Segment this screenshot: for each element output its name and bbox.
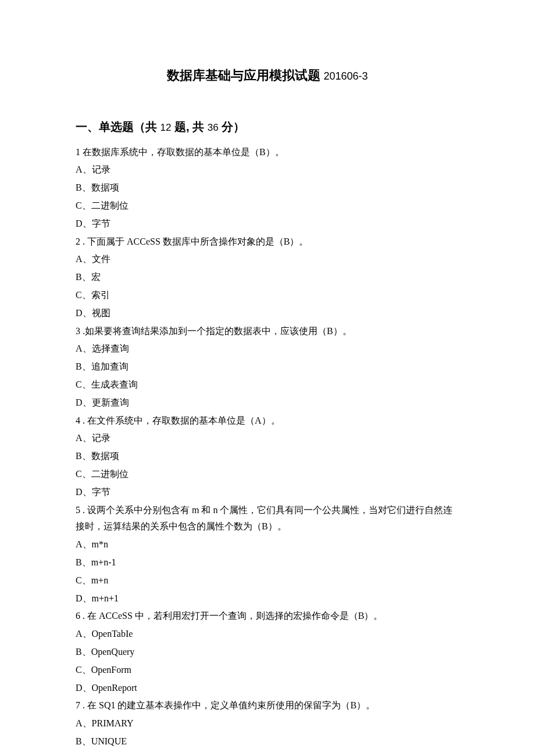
question-number: 7 — [76, 700, 80, 710]
title-suffix: 201606-3 — [320, 70, 368, 82]
section-score: 36 — [208, 122, 219, 133]
question-number: 4 — [76, 415, 80, 425]
option: C、二进制位 — [76, 198, 459, 214]
question-options: A、m*nB、m+n-1C、m+nD、m+n+1 — [76, 536, 459, 607]
question: 6 . 在 ACCeSS 中，若利用宏打开一个查询，则选择的宏操作命令是（B）。… — [76, 608, 459, 696]
option: A、记录 — [76, 430, 459, 447]
option: C、OpenForm — [76, 662, 459, 679]
section-heading-suffix: 分） — [219, 120, 245, 133]
question-options: A、记录B、数据项C、二进制位D、字节 — [76, 162, 459, 232]
question-number: 1 — [76, 147, 80, 157]
question-options: A、OpenTabIeB、OpenQueryC、OpenFormD、OpenRe… — [76, 626, 459, 696]
section-heading-prefix: 一、单选题（共 — [76, 120, 160, 133]
question: 3 .如果要将查询结果添加到一个指定的数据表中，应该使用（B）。A、选择查询B、… — [76, 323, 459, 411]
option: A、PRIMARY — [76, 715, 459, 732]
question: 7 . 在 SQ1 的建立基本表操作中，定义单值约束所使用的保留字为（B）。A、… — [76, 697, 459, 756]
question-text: 7 . 在 SQ1 的建立基本表操作中，定义单值约束所使用的保留字为（B）。 — [76, 697, 459, 714]
question-body: .如果要将查询结果添加到一个指定的数据表中，应该使用（B）。 — [80, 326, 352, 336]
question-text: 6 . 在 ACCeSS 中，若利用宏打开一个查询，则选择的宏操作命令是（B）。 — [76, 608, 459, 625]
option: B、UNIQUE — [76, 733, 459, 750]
option: C、索引 — [76, 287, 459, 304]
section-question-count: 12 — [160, 122, 172, 133]
option: A、文件 — [76, 251, 459, 268]
question-body: . 在文件系统中，存取数据的基本单位是（A）。 — [80, 415, 280, 425]
option: D、字节 — [76, 484, 459, 501]
option: B、m+n-1 — [76, 554, 459, 571]
option: D、视图 — [76, 305, 459, 322]
title-main: 数据库基础与应用模拟试题 — [167, 68, 320, 83]
question-number: 5 — [76, 505, 80, 515]
option: C、m+n — [76, 572, 459, 589]
option: B、宏 — [76, 269, 459, 286]
section-heading-1: 一、单选题（共 12 题, 共 36 分） — [76, 116, 459, 137]
question-body: 在数据库系统中，存取数据的基本单位是（B）。 — [80, 147, 284, 157]
option: A、m*n — [76, 536, 459, 553]
question-body: . 下面属于 ACCeSS 数据库中所含操作对象的是（B）。 — [80, 237, 308, 246]
question-number: 3 — [76, 326, 80, 336]
question-text: 1 在数据库系统中，存取数据的基本单位是（B）。 — [76, 144, 459, 161]
questions-container: 1 在数据库系统中，存取数据的基本单位是（B）。A、记录B、数据项C、二进制位D… — [76, 144, 459, 756]
option: D、更新查询 — [76, 395, 459, 411]
option: D、m+n+1 — [76, 590, 459, 607]
option: B、数据项 — [76, 180, 459, 196]
document-title: 数据库基础与应用模拟试题 201606-3 — [76, 64, 459, 87]
question-text: 5 . 设两个关系中分别包含有 m 和 n 个属性，它们具有同一个公共属性，当对… — [76, 502, 459, 536]
question-options: A、选择查询B、追加查询C、生成表查询D、更新查询 — [76, 341, 459, 411]
option: C、 CHECK — [76, 751, 459, 756]
question: 2 . 下面属于 ACCeSS 数据库中所含操作对象的是（B）。A、文件B、宏C… — [76, 234, 459, 322]
option: B、追加查询 — [76, 359, 459, 375]
question-text: 4 . 在文件系统中，存取数据的基本单位是（A）。 — [76, 413, 459, 429]
option: C、生成表查询 — [76, 377, 459, 393]
question-options: A、PRIMARYB、UNIQUEC、 CHECKD、 FOR 曰 GN — [76, 715, 459, 756]
section-heading-mid: 题, 共 — [171, 120, 207, 133]
question: 5 . 设两个关系中分别包含有 m 和 n 个属性，它们具有同一个公共属性，当对… — [76, 502, 459, 607]
option: A、记录 — [76, 162, 459, 178]
question-text: 2 . 下面属于 ACCeSS 数据库中所含操作对象的是（B）。 — [76, 234, 459, 250]
question-options: A、文件B、宏C、索引D、视图 — [76, 251, 459, 321]
question: 4 . 在文件系统中，存取数据的基本单位是（A）。A、记录B、数据项C、二进制位… — [76, 413, 459, 501]
question-body: . 设两个关系中分别包含有 m 和 n 个属性，它们具有同一个公共属性，当对它们… — [76, 505, 452, 532]
option: B、OpenQuery — [76, 644, 459, 661]
question-body: . 在 ACCeSS 中，若利用宏打开一个查询，则选择的宏操作命令是（B）。 — [80, 611, 383, 621]
question-number: 6 — [76, 611, 80, 621]
question-options: A、记录B、数据项C、二进制位D、字节 — [76, 430, 459, 500]
option: D、字节 — [76, 216, 459, 232]
question-body: . 在 SQ1 的建立基本表操作中，定义单值约束所使用的保留字为（B）。 — [80, 700, 375, 710]
option: A、选择查询 — [76, 341, 459, 357]
option: C、二进制位 — [76, 466, 459, 483]
option: A、OpenTabIe — [76, 626, 459, 643]
question-number: 2 — [76, 237, 80, 246]
question-text: 3 .如果要将查询结果添加到一个指定的数据表中，应该使用（B）。 — [76, 323, 459, 340]
option: D、OpenReport — [76, 680, 459, 697]
question: 1 在数据库系统中，存取数据的基本单位是（B）。A、记录B、数据项C、二进制位D… — [76, 144, 459, 232]
option: B、数据项 — [76, 448, 459, 465]
